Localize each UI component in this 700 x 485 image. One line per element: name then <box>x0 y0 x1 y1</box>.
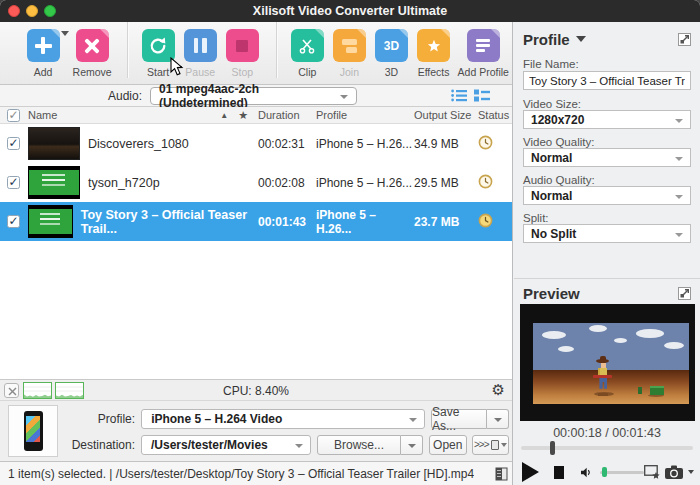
toolbar-separator <box>127 22 128 78</box>
thumbnail-view-icon[interactable] <box>474 89 490 102</box>
selection-status-text: 1 item(s) selected. | /Users/tester/Desk… <box>8 467 474 481</box>
join-icon <box>333 29 366 62</box>
video-quality-select[interactable]: Normal <box>523 148 691 167</box>
army-man-figure <box>638 387 642 394</box>
stop-icon <box>226 29 259 62</box>
row-checkbox[interactable] <box>7 176 20 189</box>
row-checkbox[interactable] <box>7 215 20 228</box>
app-window: Xilisoft Video Converter Ultimate Add Re… <box>0 0 700 485</box>
table-row[interactable]: Discoverers_1080 00:02:31 iPhone 5 – H.2… <box>0 124 512 163</box>
log-notebook-icon[interactable] <box>495 467 508 481</box>
destination-select[interactable]: /Users/tester/Movies <box>141 435 311 455</box>
audio-track-select[interactable]: 01 mpeg4aac-2ch (Undetermined) <box>150 87 357 105</box>
video-thumbnail <box>28 205 73 238</box>
add-profile-button[interactable]: Add Profile <box>455 29 512 78</box>
expand-preview-icon[interactable] <box>678 287 691 300</box>
expand-profile-icon[interactable] <box>678 33 691 46</box>
stop-button[interactable]: Stop <box>221 29 263 78</box>
status-bar: 1 item(s) selected. | /Users/tester/Desk… <box>0 461 512 485</box>
select-all-checkbox[interactable] <box>7 109 20 122</box>
video-quality-label: Video Quality: <box>523 136 594 148</box>
file-name: tyson_h720p <box>88 176 160 190</box>
table-row-selected[interactable]: Toy Story 3 – Official Teaser Trail... 0… <box>0 202 512 241</box>
row-checkbox[interactable] <box>7 137 20 150</box>
settings-gear-icon[interactable]: ⚙ <box>492 381 505 399</box>
toy-story-frame <box>533 323 689 404</box>
snapshot-favorite-icon[interactable] <box>644 465 661 479</box>
play-button[interactable] <box>522 462 539 482</box>
profile-title: Profile <box>523 31 570 48</box>
favorite-star-icon[interactable]: ★ <box>238 109 248 122</box>
join-button[interactable]: Join <box>328 29 370 78</box>
list-header: Name ▲ ★ Duration Profile Output Size St… <box>0 107 512 124</box>
remove-button[interactable]: Remove <box>71 29 113 78</box>
file-name-label: File Name: <box>523 58 579 70</box>
profile-collapse-caret[interactable] <box>576 36 586 42</box>
camera-snapshot-icon[interactable] <box>665 465 684 479</box>
3d-button[interactable]: 3D 3D <box>370 29 412 78</box>
main-pane: Add Remove Start <box>0 22 513 485</box>
file-name: Discoverers_1080 <box>88 137 189 151</box>
volume-slider[interactable] <box>600 471 644 474</box>
sort-asc-icon[interactable]: ▲ <box>220 111 228 120</box>
pause-button[interactable]: Pause <box>179 29 221 78</box>
transfer-to-device-button[interactable]: >>> <box>472 435 510 455</box>
preview-section-header: Preview <box>523 282 691 304</box>
seek-slider-handle[interactable] <box>550 441 555 455</box>
audio-quality-select[interactable]: Normal <box>523 186 691 205</box>
preview-title: Preview <box>523 285 580 302</box>
open-folder-button[interactable]: Open <box>429 435 467 455</box>
volume-slider-handle[interactable] <box>602 467 607 477</box>
magic-star-icon <box>417 29 450 62</box>
audio-bar: Audio: 01 mpeg4aac-2ch (Undetermined) <box>0 85 512 107</box>
seek-slider[interactable] <box>521 446 693 450</box>
browse-button[interactable]: Browse... <box>317 435 401 455</box>
output-profile-select[interactable]: iPhone 5 – H.264 Video <box>141 409 425 429</box>
column-profile[interactable]: Profile <box>316 109 414 121</box>
column-status[interactable]: Status <box>478 109 512 121</box>
camera-dropdown-caret[interactable] <box>688 470 694 474</box>
playback-time: 00:00:18 / 00:01:43 <box>514 426 700 440</box>
cpu-bar: CPU: 8.40% ⚙ <box>0 379 512 401</box>
add-button[interactable]: Add <box>22 29 64 78</box>
stop-playback-button[interactable] <box>554 466 564 479</box>
save-as-button[interactable]: Save As... <box>431 409 487 429</box>
status-waiting-clock-icon <box>478 213 512 231</box>
profile-section-header: Profile <box>523 28 691 50</box>
file-name: Toy Story 3 – Official Teaser Trail... <box>81 208 258 236</box>
save-as-dropdown-button[interactable] <box>487 409 509 429</box>
device-preview <box>8 405 58 457</box>
preview-video[interactable] <box>520 304 695 421</box>
profile-document-icon <box>467 29 500 62</box>
iphone-image <box>24 411 43 451</box>
file-name-input[interactable] <box>523 71 691 90</box>
add-dropdown-caret[interactable] <box>61 31 69 36</box>
add-icon <box>27 29 60 62</box>
column-duration[interactable]: Duration <box>258 109 316 121</box>
video-size-label: Video Size: <box>523 98 581 110</box>
window-title: Xilisoft Video Converter Ultimate <box>0 4 700 18</box>
section-divider <box>514 278 700 279</box>
green-box <box>650 386 664 395</box>
titlebar: Xilisoft Video Converter Ultimate <box>0 0 700 22</box>
table-row[interactable]: tyson_h720p 00:02:08 iPhone 5 – H.26... … <box>0 163 512 202</box>
browse-dropdown-button[interactable] <box>401 435 423 455</box>
audio-label: Audio: <box>108 89 142 103</box>
woody-character <box>595 359 611 393</box>
video-thumbnail <box>28 127 80 160</box>
transfer-dropdown-caret <box>501 443 507 447</box>
list-view-icon[interactable] <box>451 89 467 102</box>
effects-button[interactable]: Effects <box>413 29 455 78</box>
column-output-size[interactable]: Output Size <box>414 109 478 121</box>
status-waiting-clock-icon <box>478 135 512 153</box>
audio-quality-label: Audio Quality: <box>523 174 595 186</box>
scissors-icon <box>291 29 324 62</box>
3d-icon: 3D <box>375 29 408 62</box>
column-name[interactable]: Name <box>28 109 57 121</box>
clip-button[interactable]: Clip <box>286 29 328 78</box>
split-select[interactable]: No Split <box>523 224 691 243</box>
mouse-cursor <box>170 57 184 77</box>
volume-icon[interactable] <box>581 466 593 479</box>
profile-panel: Profile File Name: Video Size: 1280x720 … <box>514 22 700 485</box>
video-size-select[interactable]: 1280x720 <box>523 110 691 129</box>
